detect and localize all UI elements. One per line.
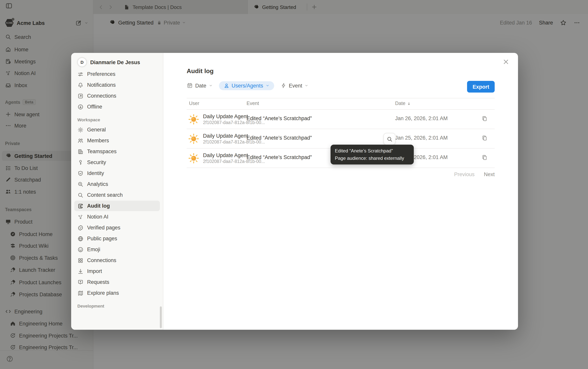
key-icon [77, 159, 84, 165]
filter-bar: Date Users/Agents Event [187, 80, 308, 91]
sun-avatar-icon [188, 133, 199, 144]
settings-nav-account[interactable]: D Dianmarie De Jesus [74, 56, 160, 68]
close-icon [502, 58, 509, 65]
settings-nav-teamspaces[interactable]: Teamspaces [74, 146, 160, 157]
avatar: D [77, 58, 87, 67]
search-icon [77, 192, 84, 198]
inspect-event-button[interactable] [383, 133, 395, 145]
sun-avatar-icon [188, 153, 199, 164]
export-button[interactable]: Export [467, 81, 495, 92]
settings-nav-public-pages[interactable]: Public pages [74, 233, 160, 244]
chevron-down-icon [209, 84, 213, 87]
settings-nav-analytics[interactable]: Analytics [74, 179, 160, 189]
close-button[interactable] [502, 58, 509, 65]
settings-nav-notion-ai[interactable]: Notion AI [74, 212, 160, 222]
import-icon [77, 268, 84, 274]
request-bubble-icon [77, 279, 84, 285]
person-icon [223, 83, 229, 88]
shield-check-icon [77, 170, 84, 176]
settings-nav-security[interactable]: Security [74, 157, 160, 168]
pagination: Previous Next [454, 172, 495, 177]
lightning-icon [280, 82, 286, 89]
download-circle-icon [77, 104, 84, 110]
settings-nav-preferences[interactable]: Preferences [74, 69, 160, 79]
smiley-icon [77, 246, 84, 253]
filter-event[interactable]: Event [280, 82, 308, 89]
globe-icon [77, 236, 84, 242]
filter-date[interactable]: Date [187, 82, 213, 89]
settings-nav: D Dianmarie De Jesus Preferences Notific… [71, 53, 163, 330]
tooltip-line-1: Edited “Anete’s Scratchpad” [335, 147, 410, 154]
nav-scrollbar[interactable] [160, 306, 162, 328]
audit-log-panel: Audit log Date Users/Agents Event [163, 53, 518, 330]
settings-nav-explore-plans[interactable]: Explore plans [74, 288, 160, 298]
settings-nav-members[interactable]: Members [74, 135, 160, 146]
gear-icon [77, 127, 84, 133]
notion-ai-face-icon [77, 214, 84, 220]
column-event[interactable]: Event [247, 101, 259, 106]
grid-icon [77, 257, 84, 263]
settings-nav-identity[interactable]: Identity [74, 168, 160, 178]
chevron-down-icon [265, 84, 269, 87]
audit-log-title: Audit log [187, 68, 214, 75]
settings-nav-audit-log[interactable]: Audit log [74, 201, 160, 211]
table-header: User Event Date [187, 98, 495, 110]
column-date[interactable]: Date [395, 101, 411, 106]
bell-icon [77, 82, 84, 88]
notion-app: ACME Acme Labs Search Home Meetings Noti… [0, 0, 588, 369]
settings-nav-offline[interactable]: Offline [74, 102, 160, 112]
sun-avatar-icon [188, 114, 199, 125]
event-tooltip: Edited “Anete’s Scratchpad” Page audienc… [330, 145, 414, 164]
settings-nav-requests[interactable]: Requests [74, 277, 160, 287]
filter-users-agents[interactable]: Users/Agents [219, 81, 274, 90]
workspace-section-header: Workspace [77, 117, 157, 122]
link-out-icon [77, 93, 84, 99]
settings-nav-connections[interactable]: Connections [74, 91, 160, 101]
event-cell: Edited “Anete’s Scratchpad” [247, 115, 312, 121]
tooltip-line-2: Page audience: shared externally [335, 154, 410, 162]
settings-nav-content-search[interactable]: Content search [74, 190, 160, 200]
development-section-header: Development [77, 304, 157, 308]
previous-button[interactable]: Previous [454, 172, 475, 177]
copy-button[interactable] [481, 135, 488, 143]
calendar-icon [187, 82, 193, 89]
settings-nav-verified-pages[interactable]: Verified pages [74, 222, 160, 233]
members-icon [77, 137, 84, 144]
copy-button[interactable] [481, 115, 488, 123]
settings-nav-notifications[interactable]: Notifications [74, 80, 160, 90]
settings-nav-ws-connections[interactable]: Connections [74, 255, 160, 266]
chevron-down-icon [305, 84, 308, 87]
settings-modal: D Dianmarie De Jesus Preferences Notific… [71, 53, 518, 330]
scroll-icon [77, 203, 84, 209]
sparkle-magnifier-icon [77, 181, 84, 187]
map-icon [77, 290, 84, 296]
event-cell: Edited “Anete’s Scratchpad” [247, 135, 312, 141]
column-user[interactable]: User [189, 101, 199, 106]
date-cell: Jan 25, 2026, 2:01 AM [395, 135, 448, 141]
copy-button[interactable] [481, 154, 488, 162]
settings-nav-emoji[interactable]: Emoji [74, 244, 160, 255]
event-cell: Edited “Anete’s Scratchpad” [247, 154, 312, 160]
account-name: Dianmarie De Jesus [90, 59, 140, 65]
next-button[interactable]: Next [484, 172, 495, 177]
badge-check-icon [77, 225, 84, 231]
sliders-icon [77, 71, 84, 77]
date-cell: Jan 26, 2026, 2:01 AM [395, 115, 448, 121]
settings-nav-general[interactable]: General [74, 124, 160, 135]
building-icon [77, 148, 84, 154]
settings-nav-import[interactable]: Import [74, 266, 160, 277]
table-row[interactable]: Daily Update Agent2f102087-daa7-812a-8f1… [187, 110, 495, 129]
sort-desc-icon [407, 101, 411, 106]
